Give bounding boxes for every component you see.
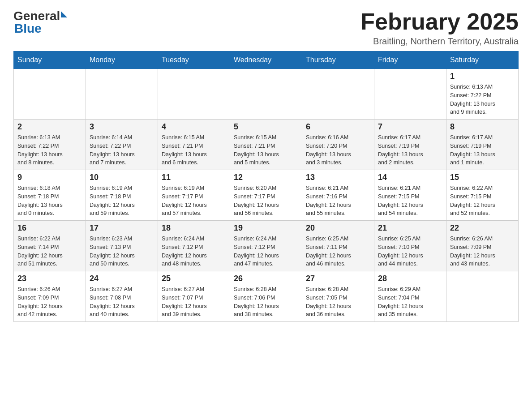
weekday-header-tuesday: Tuesday <box>158 51 230 69</box>
day-number: 24 <box>90 274 154 283</box>
calendar-cell: 17Sunrise: 6:23 AM Sunset: 7:13 PM Dayli… <box>86 221 158 271</box>
day-number: 9 <box>17 173 82 182</box>
weekday-header-wednesday: Wednesday <box>230 51 302 69</box>
weekday-header-thursday: Thursday <box>302 51 374 69</box>
location-title: Braitling, Northern Territory, Australia <box>360 36 519 47</box>
day-info: Sunrise: 6:19 AM Sunset: 7:17 PM Dayligh… <box>162 184 226 218</box>
calendar-header-row: SundayMondayTuesdayWednesdayThursdayFrid… <box>14 51 519 69</box>
calendar-week-row: 9Sunrise: 6:18 AM Sunset: 7:18 PM Daylig… <box>14 170 519 221</box>
day-info: Sunrise: 6:26 AM Sunset: 7:09 PM Dayligh… <box>450 235 515 268</box>
calendar-week-row: 23Sunrise: 6:26 AM Sunset: 7:09 PM Dayli… <box>14 271 519 322</box>
calendar-cell: 16Sunrise: 6:22 AM Sunset: 7:14 PM Dayli… <box>14 221 86 271</box>
calendar-cell: 18Sunrise: 6:24 AM Sunset: 7:12 PM Dayli… <box>158 221 230 271</box>
day-number: 25 <box>162 274 226 283</box>
day-info: Sunrise: 6:15 AM Sunset: 7:21 PM Dayligh… <box>162 133 226 167</box>
day-number: 14 <box>378 173 442 182</box>
weekday-header-sunday: Sunday <box>14 51 86 69</box>
day-number: 17 <box>90 223 154 233</box>
day-info: Sunrise: 6:22 AM Sunset: 7:14 PM Dayligh… <box>17 235 82 268</box>
day-info: Sunrise: 6:28 AM Sunset: 7:05 PM Dayligh… <box>306 285 370 319</box>
calendar-cell: 7Sunrise: 6:17 AM Sunset: 7:19 PM Daylig… <box>374 120 446 170</box>
day-number: 10 <box>90 173 154 182</box>
calendar-cell: 25Sunrise: 6:27 AM Sunset: 7:07 PM Dayli… <box>158 271 230 322</box>
calendar-cell: 27Sunrise: 6:28 AM Sunset: 7:05 PM Dayli… <box>302 271 374 322</box>
day-number: 4 <box>162 122 226 132</box>
day-info: Sunrise: 6:26 AM Sunset: 7:09 PM Dayligh… <box>17 285 82 319</box>
day-number: 21 <box>378 223 442 233</box>
day-number: 18 <box>162 223 226 233</box>
day-info: Sunrise: 6:21 AM Sunset: 7:16 PM Dayligh… <box>306 184 370 218</box>
day-info: Sunrise: 6:17 AM Sunset: 7:19 PM Dayligh… <box>450 133 515 167</box>
calendar-cell: 5Sunrise: 6:15 AM Sunset: 7:21 PM Daylig… <box>230 120 302 170</box>
calendar-cell: 12Sunrise: 6:20 AM Sunset: 7:17 PM Dayli… <box>230 170 302 221</box>
day-info: Sunrise: 6:18 AM Sunset: 7:18 PM Dayligh… <box>17 184 82 218</box>
calendar-cell: 13Sunrise: 6:21 AM Sunset: 7:16 PM Dayli… <box>302 170 374 221</box>
calendar-cell <box>158 69 230 120</box>
calendar-cell: 2Sunrise: 6:13 AM Sunset: 7:22 PM Daylig… <box>14 120 86 170</box>
day-number: 1 <box>450 72 515 81</box>
day-info: Sunrise: 6:24 AM Sunset: 7:12 PM Dayligh… <box>234 235 298 268</box>
calendar-cell: 1Sunrise: 6:13 AM Sunset: 7:22 PM Daylig… <box>446 69 519 120</box>
calendar-table: SundayMondayTuesdayWednesdayThursdayFrid… <box>13 51 519 322</box>
day-number: 26 <box>234 274 298 283</box>
day-info: Sunrise: 6:23 AM Sunset: 7:13 PM Dayligh… <box>90 235 154 268</box>
day-info: Sunrise: 6:25 AM Sunset: 7:10 PM Dayligh… <box>378 235 442 268</box>
day-number: 5 <box>234 122 298 132</box>
day-info: Sunrise: 6:21 AM Sunset: 7:15 PM Dayligh… <box>378 184 442 218</box>
day-info: Sunrise: 6:13 AM Sunset: 7:22 PM Dayligh… <box>17 133 82 167</box>
calendar-cell <box>302 69 374 120</box>
calendar-cell <box>230 69 302 120</box>
calendar-week-row: 2Sunrise: 6:13 AM Sunset: 7:22 PM Daylig… <box>14 120 519 170</box>
day-number: 8 <box>450 122 515 132</box>
calendar-cell: 23Sunrise: 6:26 AM Sunset: 7:09 PM Dayli… <box>14 271 86 322</box>
calendar-week-row: 16Sunrise: 6:22 AM Sunset: 7:14 PM Dayli… <box>14 221 519 271</box>
logo-blue-text: Blue <box>14 21 42 35</box>
day-info: Sunrise: 6:17 AM Sunset: 7:19 PM Dayligh… <box>378 133 442 167</box>
day-number: 3 <box>90 122 154 132</box>
day-number: 6 <box>306 122 370 132</box>
day-info: Sunrise: 6:16 AM Sunset: 7:20 PM Dayligh… <box>306 133 370 167</box>
calendar-cell: 15Sunrise: 6:22 AM Sunset: 7:15 PM Dayli… <box>446 170 519 221</box>
calendar-cell: 26Sunrise: 6:28 AM Sunset: 7:06 PM Dayli… <box>230 271 302 322</box>
day-info: Sunrise: 6:20 AM Sunset: 7:17 PM Dayligh… <box>234 184 298 218</box>
calendar-cell: 24Sunrise: 6:27 AM Sunset: 7:08 PM Dayli… <box>86 271 158 322</box>
day-number: 22 <box>450 223 515 233</box>
day-number: 19 <box>234 223 298 233</box>
month-title: February 2025 <box>360 9 519 34</box>
header: General Blue February 2025 Braitling, No… <box>13 9 519 47</box>
day-number: 2 <box>17 122 82 132</box>
day-number: 28 <box>378 274 442 283</box>
weekday-header-friday: Friday <box>374 51 446 69</box>
day-info: Sunrise: 6:27 AM Sunset: 7:08 PM Dayligh… <box>90 285 154 319</box>
day-info: Sunrise: 6:19 AM Sunset: 7:18 PM Dayligh… <box>90 184 154 218</box>
calendar-cell <box>446 271 519 322</box>
title-area: February 2025 Braitling, Northern Territ… <box>360 9 519 47</box>
day-number: 23 <box>17 274 82 283</box>
day-number: 13 <box>306 173 370 182</box>
calendar-cell: 21Sunrise: 6:25 AM Sunset: 7:10 PM Dayli… <box>374 221 446 271</box>
calendar-cell: 10Sunrise: 6:19 AM Sunset: 7:18 PM Dayli… <box>86 170 158 221</box>
logo-triangle-icon <box>61 11 67 17</box>
day-number: 7 <box>378 122 442 132</box>
day-info: Sunrise: 6:27 AM Sunset: 7:07 PM Dayligh… <box>162 285 226 319</box>
calendar-cell: 28Sunrise: 6:29 AM Sunset: 7:04 PM Dayli… <box>374 271 446 322</box>
day-number: 20 <box>306 223 370 233</box>
day-info: Sunrise: 6:29 AM Sunset: 7:04 PM Dayligh… <box>378 285 442 319</box>
day-info: Sunrise: 6:14 AM Sunset: 7:22 PM Dayligh… <box>90 133 154 167</box>
logo-area: General Blue <box>13 9 67 36</box>
day-info: Sunrise: 6:24 AM Sunset: 7:12 PM Dayligh… <box>162 235 226 268</box>
day-info: Sunrise: 6:25 AM Sunset: 7:11 PM Dayligh… <box>306 235 370 268</box>
calendar-week-row: 1Sunrise: 6:13 AM Sunset: 7:22 PM Daylig… <box>14 69 519 120</box>
day-info: Sunrise: 6:13 AM Sunset: 7:22 PM Dayligh… <box>450 83 515 116</box>
day-info: Sunrise: 6:22 AM Sunset: 7:15 PM Dayligh… <box>450 184 515 218</box>
calendar-cell: 6Sunrise: 6:16 AM Sunset: 7:20 PM Daylig… <box>302 120 374 170</box>
calendar-cell: 9Sunrise: 6:18 AM Sunset: 7:18 PM Daylig… <box>14 170 86 221</box>
day-info: Sunrise: 6:28 AM Sunset: 7:06 PM Dayligh… <box>234 285 298 319</box>
weekday-header-monday: Monday <box>86 51 158 69</box>
calendar-cell: 19Sunrise: 6:24 AM Sunset: 7:12 PM Dayli… <box>230 221 302 271</box>
day-number: 16 <box>17 223 82 233</box>
calendar-cell: 4Sunrise: 6:15 AM Sunset: 7:21 PM Daylig… <box>158 120 230 170</box>
weekday-header-saturday: Saturday <box>446 51 519 69</box>
calendar-cell: 20Sunrise: 6:25 AM Sunset: 7:11 PM Dayli… <box>302 221 374 271</box>
day-info: Sunrise: 6:15 AM Sunset: 7:21 PM Dayligh… <box>234 133 298 167</box>
